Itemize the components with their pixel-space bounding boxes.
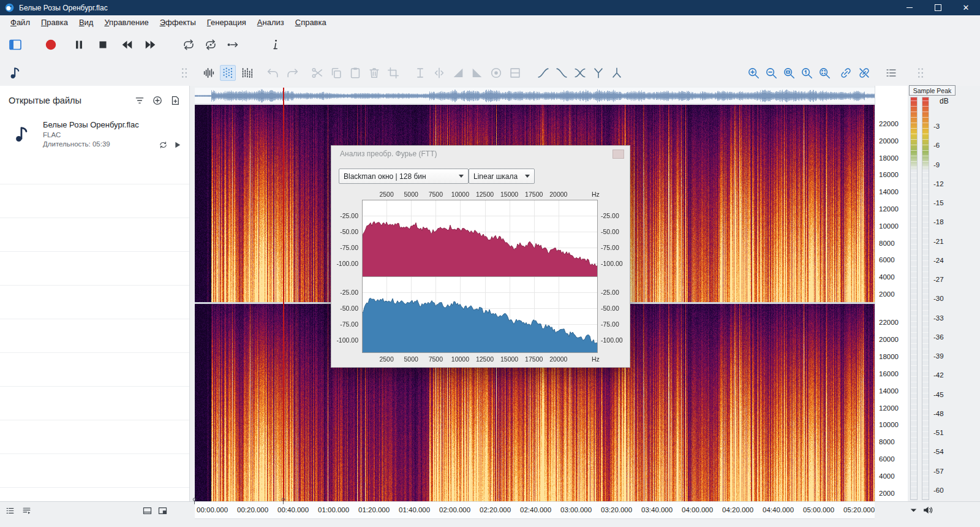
zoom-in-button[interactable]: [745, 65, 761, 81]
view-options-button[interactable]: [883, 65, 899, 81]
menu-item-file[interactable]: Файл: [5, 16, 36, 29]
add-file-button[interactable]: [152, 95, 163, 106]
unlink-channels-button[interactable]: [856, 65, 872, 81]
paste-icon: [349, 66, 362, 80]
file-loop-button[interactable]: [159, 140, 168, 150]
zoom-all-icon: [818, 66, 831, 80]
freq-tick-label: 6000: [879, 455, 895, 463]
bottom-panel-toggle[interactable]: [142, 506, 153, 516]
fft-analysis-dialog: Анализ преобр. Фурье (FTT) Blackman окно…: [331, 145, 630, 368]
maximize-button[interactable]: [924, 0, 952, 15]
caret-down-icon: [908, 504, 919, 516]
split-button[interactable]: [431, 65, 447, 81]
fft-dialog-close-button[interactable]: [612, 150, 624, 159]
playhead-cursor[interactable]: [283, 88, 284, 501]
menu-item-control[interactable]: Управление: [99, 16, 154, 29]
files-panel: Открытые файлы Белые Розы Оренбург.flac …: [0, 86, 190, 501]
envelope-up-button[interactable]: [535, 65, 551, 81]
freq-tick-label: 10000: [879, 421, 899, 428]
fft-y-tick-left: -25.00: [334, 212, 358, 219]
db-scale: -3-6-9-12-15-18-21-24-27-30-33-36-39-42-…: [932, 86, 957, 501]
stop-icon: [96, 38, 110, 51]
delete-button[interactable]: [366, 65, 382, 81]
link-icon: [839, 66, 853, 80]
fft-y-tick-right: -50.00: [601, 305, 619, 312]
split-y-icon: [592, 66, 605, 80]
spectrogram-view-button[interactable]: [220, 65, 236, 81]
split-channels-button[interactable]: [590, 65, 606, 81]
waveform-overview[interactable]: [195, 88, 875, 104]
playlist-toggle[interactable]: [21, 506, 32, 516]
redo-button[interactable]: [285, 65, 301, 81]
toggle-file-panel-button[interactable]: [7, 37, 23, 53]
db-tick-label: -15: [933, 199, 944, 207]
fade-in-button[interactable]: [450, 65, 466, 81]
menu-item-effects[interactable]: Эффекты: [154, 16, 202, 29]
file-info-button[interactable]: [268, 37, 284, 53]
spectral-view-button[interactable]: [239, 65, 255, 81]
loop-once-icon: [204, 38, 217, 51]
freq-tick-label: 12000: [879, 205, 899, 213]
fft-window-select[interactable]: Blackman окно | 128 бин: [339, 169, 469, 184]
rewind-button[interactable]: [119, 37, 135, 53]
file-list-item[interactable]: Белые Розы Оренбург.flac FLAC Длительнос…: [0, 115, 189, 153]
db-tick-label: -57: [933, 468, 944, 475]
fft-scale-select[interactable]: Linear шкала: [469, 169, 535, 184]
zoom-out-button[interactable]: [763, 65, 779, 81]
undo-button[interactable]: [265, 65, 281, 81]
output-volume-button[interactable]: [922, 504, 933, 516]
freq-tick-label: 4000: [879, 472, 895, 480]
zoom-one-to-one-button[interactable]: [799, 65, 815, 81]
menu-item-edit[interactable]: Правка: [36, 16, 74, 29]
zoom-fit-button[interactable]: [816, 65, 832, 81]
fade-out-icon: [470, 66, 484, 80]
fft-plot[interactable]: [362, 200, 598, 353]
selection-frame-button[interactable]: [507, 65, 523, 81]
normalize-icon: [413, 66, 427, 80]
fft-top-axis-tick: 15000: [499, 191, 521, 198]
copy-button[interactable]: [328, 65, 344, 81]
link-channels-button[interactable]: [838, 65, 854, 81]
record-button[interactable]: [43, 37, 59, 53]
normalize-button[interactable]: [412, 65, 428, 81]
fast-forward-button[interactable]: [143, 37, 159, 53]
cut-button[interactable]: [309, 65, 325, 81]
zoom-sel-icon: [782, 66, 796, 80]
files-list-toggle[interactable]: [5, 506, 15, 516]
file-play-button[interactable]: [173, 140, 182, 150]
minimize-button[interactable]: [895, 0, 924, 15]
sort-files-button[interactable]: [134, 95, 145, 106]
envelope-down-button[interactable]: [554, 65, 570, 81]
menu-item-view[interactable]: Вид: [74, 16, 99, 29]
close-button[interactable]: ✕: [952, 0, 980, 15]
loop-selection-button[interactable]: [203, 37, 219, 53]
menu-item-generate[interactable]: Генерация: [202, 16, 252, 29]
file-list-row-separator: [0, 352, 189, 353]
output-device-caret[interactable]: [908, 504, 919, 516]
timeline-marker[interactable]: [190, 496, 198, 507]
paste-button[interactable]: [347, 65, 363, 81]
waveform-view-button[interactable]: [201, 65, 217, 81]
zoom-selection-button[interactable]: [781, 65, 797, 81]
db-tick-label: -21: [933, 238, 944, 245]
menu-item-help[interactable]: Справка: [290, 16, 332, 29]
merge-channels-button[interactable]: [609, 65, 625, 81]
record-icon: [43, 37, 58, 52]
trim-button[interactable]: [385, 65, 401, 81]
fade-out-button[interactable]: [469, 65, 485, 81]
minimap-toggle[interactable]: [157, 506, 168, 516]
music-note-icon: [12, 124, 32, 144]
import-file-button[interactable]: [170, 95, 181, 106]
undo-icon: [266, 66, 279, 80]
timeline-marker[interactable]: [279, 496, 287, 507]
pause-button[interactable]: [71, 37, 87, 53]
crop-icon: [386, 66, 400, 80]
trash-icon: [368, 66, 381, 80]
stop-button[interactable]: [95, 37, 111, 53]
menu-item-analyze[interactable]: Анализ: [252, 16, 290, 29]
loudness-button[interactable]: [488, 65, 504, 81]
loop-playback-button[interactable]: [181, 37, 197, 53]
crossfade-button[interactable]: [572, 65, 588, 81]
loudness-icon: [489, 66, 503, 80]
play-from-cursor-button[interactable]: [225, 37, 241, 53]
